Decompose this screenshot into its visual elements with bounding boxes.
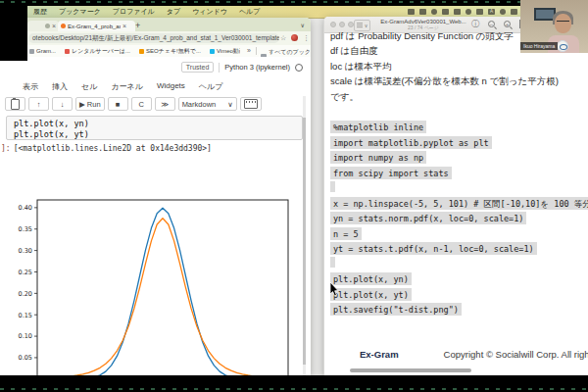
notebook-menu-セル[interactable]: セル bbox=[81, 81, 97, 92]
code-highlight: plt.plot(x, yt) bbox=[330, 288, 412, 301]
bookmark-items: Gram...レンタルサーバーは...SEOチェキ!無料で...Vimeo動画ト… bbox=[0, 47, 240, 56]
wifi-icon[interactable] bbox=[466, 9, 471, 15]
svg-text:0.40: 0.40 bbox=[19, 204, 32, 212]
cell-type-dropdown[interactable]: Markdown ∨ bbox=[178, 97, 237, 111]
notebook-menu-Widgets[interactable]: Widgets bbox=[157, 81, 185, 92]
code-highlight: import numpy as np bbox=[330, 151, 426, 164]
divider bbox=[256, 47, 257, 55]
tab-close-icon[interactable]: × bbox=[122, 23, 126, 29]
svg-text:0.10: 0.10 bbox=[19, 332, 32, 340]
bookmark-item[interactable]: Vimeo動画 bbox=[210, 47, 240, 56]
menu-items: 履歴ブックマークプロファイルタブウィンドウヘルプ bbox=[0, 7, 260, 17]
notebook-menus: 表示挿入セルカーネルWidgetsヘルプ bbox=[23, 81, 222, 92]
chevron-down-icon: ∨ bbox=[227, 100, 233, 109]
notebook-scrollbar-thumb[interactable] bbox=[303, 118, 306, 365]
sidebar-icon bbox=[357, 23, 363, 28]
restart-run-all-button[interactable]: ≫ bbox=[155, 97, 175, 111]
menu-item-タブ[interactable]: タブ bbox=[167, 7, 180, 17]
window-title-block: Ex-GramAdv6Ver030001_Web... 23 / 74 ページ bbox=[378, 19, 468, 30]
paste-button[interactable] bbox=[5, 97, 25, 111]
code-cell[interactable]: plt.plot(x, yn) plt.plot(x, yt) bbox=[6, 116, 303, 140]
participant-glasses bbox=[557, 21, 569, 24]
output-text: [<matplotlib.lines.Line2D at 0x14e3dd390… bbox=[14, 144, 212, 153]
svg-text:0.25: 0.25 bbox=[19, 269, 32, 276]
svg-text:0.05: 0.05 bbox=[19, 354, 32, 362]
zoom-in-icon[interactable]: + bbox=[504, 21, 511, 27]
document-footer: Ex-GramCopyright © Socialwill Corp. All … bbox=[330, 347, 588, 363]
bookmark-label: SEOチェキ!無料で... bbox=[146, 47, 201, 56]
doc-text-line: scale は標準誤差(不偏分散を標本数 n で割った平方根) bbox=[330, 74, 588, 89]
participant-name-label: Ikuo Hirayama bbox=[520, 42, 558, 50]
url-row: otebooks/Desktop/21期生/新上最初/Ex-Gram_4_pro… bbox=[0, 31, 311, 45]
empty-line-highlight bbox=[330, 181, 335, 192]
keyboard-icon[interactable] bbox=[454, 9, 461, 15]
black-overlay-box bbox=[0, 6, 27, 61]
command-palette-button[interactable] bbox=[240, 97, 262, 111]
sidebar-toggle-button[interactable]: ∨ bbox=[354, 20, 370, 31]
bookmark-star-icon[interactable]: ☆ bbox=[280, 33, 286, 43]
move-cell-down-button[interactable]: ↓ bbox=[52, 97, 73, 111]
kernel-status-icon bbox=[295, 64, 303, 72]
stop-button[interactable]: ■ bbox=[108, 97, 128, 111]
code-highlight: yn = stats.norm.pdf(x, loc=0, scale=1) bbox=[330, 212, 526, 224]
doc-code-line: yt = stats.t.pdf(x, n-1, loc=0, scale=1) bbox=[330, 241, 588, 257]
preview-window: ∨ Ex-GramAdv6Ver030001_Web... 23 / 74 ペー… bbox=[323, 17, 588, 375]
kernel-name: Python 3 (ipykernel) bbox=[224, 63, 290, 72]
keyboard-icon bbox=[244, 99, 258, 109]
bookmark-item[interactable]: SEOチェキ!無料で... bbox=[139, 47, 201, 56]
menu-item-ウィンドウ[interactable]: ウィンドウ bbox=[192, 7, 227, 17]
menu-item-ブックマーク[interactable]: ブックマーク bbox=[59, 7, 101, 17]
camera-icon[interactable] bbox=[419, 9, 426, 15]
doc-code-line: x = np.linspace(-5, 5, 101) # 区間[-10,10]… bbox=[330, 195, 588, 211]
code-highlight: n = 5 bbox=[330, 227, 362, 240]
spotlight-icon[interactable] bbox=[500, 9, 506, 15]
distribution-chart: −4−20240.000.050.100.150.200.250.300.350… bbox=[10, 197, 304, 375]
mirroring-icon[interactable] bbox=[431, 9, 437, 15]
code-highlight: plt.plot(x, yn) bbox=[330, 272, 412, 285]
doc-code-line: plt.savefig("t-dist.png") bbox=[330, 302, 588, 318]
extension-icon[interactable] bbox=[291, 34, 298, 41]
notebook-status-row: Trusted Python 3 (ipykernel) bbox=[181, 62, 303, 73]
trusted-badge[interactable]: Trusted bbox=[181, 62, 214, 73]
move-cell-up-button[interactable]: ↑ bbox=[28, 97, 49, 111]
run-button[interactable]: ▶ Run bbox=[75, 97, 105, 111]
code-highlight: %matplotlib inline bbox=[330, 121, 426, 133]
notebook-menu-カーネル[interactable]: カーネル bbox=[111, 81, 143, 92]
zoom-out-icon[interactable]: − bbox=[488, 21, 495, 27]
bookmark-item[interactable]: レンタルサーバーは... bbox=[65, 47, 130, 56]
jupyter-favicon bbox=[61, 24, 66, 28]
notebook-toolbar: ↑ ↓ ▶ Run ■ C ≫ Markdown ∨ bbox=[5, 97, 262, 111]
control-center-icon[interactable] bbox=[511, 9, 517, 15]
speaker-icon[interactable] bbox=[442, 9, 449, 15]
menu-item-履歴[interactable]: 履歴 bbox=[33, 7, 47, 17]
svg-text:0.30: 0.30 bbox=[19, 247, 32, 255]
notebook-menu-表示[interactable]: 表示 bbox=[23, 81, 38, 92]
notebook-menu-挿入[interactable]: 挿入 bbox=[52, 81, 68, 92]
tab-previous-fragment[interactable]: × bbox=[27, 21, 59, 31]
address-bar[interactable]: otebooks/Desktop/21期生/新上最初/Ex-Gram_4_pro… bbox=[28, 33, 279, 43]
code-highlight: import matplotlib.pyplot as plt bbox=[330, 136, 492, 149]
bookmark-item[interactable]: Gram... bbox=[29, 48, 56, 54]
input-source-icon[interactable]: A bbox=[488, 9, 495, 15]
tab-active-notebook[interactable]: Ex-Gram_4_prob_and_stat_1 × bbox=[58, 21, 135, 31]
bookmark-favicon bbox=[29, 49, 34, 54]
tab-strip: × Ex-Gram_4_prob_and_stat_1 × + ∨ bbox=[0, 18, 311, 31]
close-window-button[interactable] bbox=[330, 22, 336, 27]
info-icon[interactable]: ⓘ bbox=[471, 20, 479, 28]
display-icon[interactable] bbox=[408, 9, 415, 15]
tab-search-chevron-icon[interactable]: ∨ bbox=[301, 22, 305, 28]
menu-item-ヘルプ[interactable]: ヘルプ bbox=[239, 7, 261, 17]
restart-kernel-button[interactable]: C bbox=[131, 97, 152, 111]
tab-favicon bbox=[45, 24, 50, 28]
browser-menu-icon[interactable]: ⋮ bbox=[303, 33, 310, 43]
doc-code-line: plt.plot(x, yt) bbox=[330, 286, 588, 302]
menu-item-プロファイル[interactable]: プロファイル bbox=[113, 7, 155, 17]
horizontal-scrollbar-thumb[interactable] bbox=[350, 368, 471, 372]
code-line: plt.plot(x, yt) bbox=[14, 129, 302, 140]
notebook-menu-ヘルプ[interactable]: ヘルプ bbox=[199, 81, 223, 92]
tab-close-icon[interactable]: × bbox=[52, 23, 56, 29]
new-tab-button[interactable]: + bbox=[135, 21, 140, 30]
minimize-window-button[interactable] bbox=[339, 22, 345, 27]
account-icon[interactable] bbox=[476, 9, 483, 15]
bookmarks-overflow-icon[interactable]: » bbox=[247, 47, 251, 54]
